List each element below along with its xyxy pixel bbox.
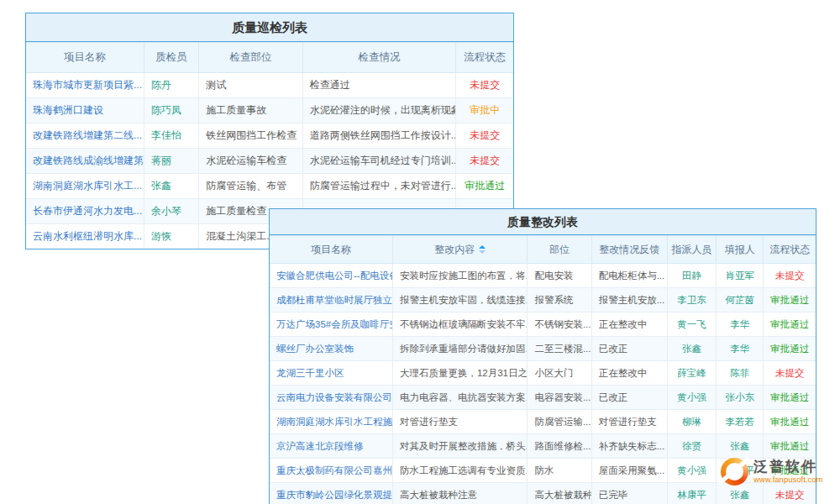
table-cell: 对管进行垫支 — [392, 410, 527, 434]
sort-icon[interactable] — [479, 245, 486, 254]
person-name: 黄小强 — [667, 459, 716, 483]
status-badge: 审批通过 — [456, 174, 513, 199]
table-row[interactable]: 重庆市豹岭公园绿化景观提升...高大桩被栽种注意高大桩被栽种已完毕林康平张鑫未提… — [270, 483, 816, 504]
table-row[interactable]: 珠海市城市更新项目紫...陈丹测试检查通过未提交 — [26, 73, 513, 98]
table-row[interactable]: 万达广场35#会所及咖啡厅空...不锈钢边框玻璃隔断安装不牢...不锈钢安装..… — [270, 312, 816, 337]
status-badge: 审批通过 — [764, 386, 816, 410]
column-header: 填报人 — [717, 236, 764, 264]
table-cell: 大理石质量更换，12月31日之... — [392, 361, 527, 386]
inspection-list-title: 质量巡检列表 — [26, 13, 513, 42]
status-badge: 审批通过 — [764, 410, 816, 434]
person-name: 徐贤 — [667, 434, 716, 459]
table-cell: 对其及时开展整改措施，桥头... — [392, 434, 527, 459]
person-name: 黄小强 — [667, 386, 716, 410]
person-name: 张鑫 — [717, 483, 764, 504]
column-header-label: 流程状态 — [769, 244, 810, 255]
column-header-label: 检查情况 — [358, 51, 400, 63]
person-name: 林康平 — [667, 483, 716, 504]
project-name-link[interactable]: 云南水利枢纽潜明水库... — [26, 224, 144, 249]
column-header: 检查部位 — [199, 43, 302, 73]
column-header[interactable]: 整改内容 — [392, 236, 527, 264]
status-badge: 审批通过 — [764, 288, 816, 312]
brand-website: www.fanpusoft.com — [753, 475, 822, 485]
project-name-link[interactable]: 京沪高速北京段维修 — [270, 434, 392, 459]
table-cell: 配电安装 — [528, 264, 591, 288]
table-row[interactable]: 螺丝厂办公室装饰拆除到承重墙部分请做好加固...二至三楼混...已改正张鑫李华审… — [270, 337, 816, 361]
table-row[interactable]: 珠海鹤洲口建设陈巧凤施工质量事故水泥砼灌注的时候，出现离析现象审批中 — [26, 98, 513, 123]
brand-name: 泛普软件 — [753, 459, 822, 475]
rectification-list-title: 质量整改列表 — [270, 209, 816, 235]
project-name-link[interactable]: 湖南洞庭湖水库引水工... — [26, 174, 144, 199]
project-name-link[interactable]: 龙湖三千里小区 — [270, 361, 392, 386]
table-cell: 已改正 — [591, 337, 667, 361]
column-header: 流程状态 — [456, 43, 513, 73]
project-name-link[interactable]: 改建铁路线增建第二线... — [26, 123, 144, 149]
table-row[interactable]: 改建铁路线增建第二线...李佳怡铁丝网围挡工作检查道路两侧铁丝网围挡工作按设计.… — [26, 123, 513, 149]
status-badge: 未提交 — [456, 149, 513, 174]
table-cell: 报警主机安放牢固，线缆连接... — [392, 288, 527, 312]
table-row[interactable]: 龙湖三千里小区大理石质量更换，12月31日之...小区大门正在整改中薛宝峰陈菲未… — [270, 361, 816, 386]
project-name-link[interactable]: 成都杜甫草堂临时展厅独立展... — [270, 288, 392, 312]
column-header: 项目名称 — [270, 236, 392, 264]
column-header-label: 整改内容 — [434, 244, 475, 255]
table-row[interactable]: 湖南洞庭湖水库引水工程施工...对管进行垫支防腐管运输...对管进行垫支柳琳李若… — [270, 410, 816, 434]
table-row[interactable]: 云南电力设备安装有限公司20...电力电容器、电抗器安装方案...电容器安装..… — [270, 386, 816, 410]
column-header-label: 检查部位 — [229, 51, 271, 63]
column-header-label: 质检员 — [155, 51, 187, 63]
person-name: 游恢 — [144, 224, 198, 249]
project-name-link[interactable]: 重庆太极制药有限公司嘉州中... — [270, 459, 392, 483]
table-row[interactable]: 湖南洞庭湖水库引水工...张鑫防腐管运输、布管防腐管运输过程中，未对管进行...… — [26, 174, 513, 199]
project-name-link[interactable]: 珠海市城市更新项目紫... — [26, 73, 144, 98]
project-name-link[interactable]: 重庆市豹岭公园绿化景观提升... — [270, 483, 392, 504]
person-name: 张鑫 — [144, 174, 198, 199]
column-header-label: 流程状态 — [464, 51, 506, 63]
table-cell: 配电柜柜体与... — [591, 264, 667, 288]
table-row[interactable]: 京沪高速北京段维修对其及时开展整改措施，桥头...路面维修检...补齐缺失标志.… — [270, 434, 816, 459]
person-name: 黄一飞 — [667, 312, 716, 337]
table-cell: 防水 — [528, 459, 591, 483]
project-name-link[interactable]: 螺丝厂办公室装饰 — [270, 337, 392, 361]
project-name-link[interactable]: 改建铁路线成渝线增建第... — [26, 149, 144, 174]
column-header: 流程状态 — [764, 236, 816, 264]
table-cell: 补齐缺失标志... — [591, 434, 667, 459]
column-header-label: 项目名称 — [64, 51, 106, 63]
column-header: 检查情况 — [302, 43, 456, 73]
table-cell: 测试 — [199, 73, 302, 98]
header-row: 项目名称质检员检查部位检查情况流程状态 — [26, 43, 513, 73]
person-name: 薛宝峰 — [667, 361, 716, 386]
column-header-label: 部位 — [549, 244, 570, 255]
status-badge: 审批通过 — [764, 337, 816, 361]
table-cell: 报警主机安放... — [591, 288, 667, 312]
header-row: 项目名称整改内容部位整改情况反馈指派人员填报人流程状态 — [270, 236, 816, 264]
person-name: 肖亚军 — [717, 264, 764, 288]
column-header-label: 整改情况反馈 — [599, 244, 659, 255]
status-badge: 未提交 — [456, 123, 513, 149]
table-cell: 对管进行垫支 — [591, 410, 667, 434]
person-name: 柳琳 — [667, 410, 716, 434]
project-name-link[interactable]: 云南电力设备安装有限公司20... — [270, 386, 392, 410]
status-badge: 未提交 — [764, 361, 816, 386]
table-cell: 水泥砼灌注的时候，出现离析现象 — [302, 98, 456, 123]
table-cell: 安装时应按施工图的布置，将... — [392, 264, 527, 288]
project-name-link[interactable]: 安徽合肥供电公司--配电设备... — [270, 264, 392, 288]
person-name: 何芷茵 — [717, 288, 764, 312]
table-cell: 屋面采用聚氨... — [591, 459, 667, 483]
project-name-link[interactable]: 万达广场35#会所及咖啡厅空... — [270, 312, 392, 337]
person-name: 余小琴 — [144, 199, 198, 224]
column-header-label: 项目名称 — [311, 244, 351, 255]
table-cell: 高大桩被栽种 — [528, 483, 591, 504]
table-row[interactable]: 改建铁路线成渝线增建第...蒋丽水泥砼运输车检查水泥砼运输车司机经过专门培训..… — [26, 149, 513, 174]
column-header-label: 指派人员 — [672, 244, 712, 255]
person-name: 李卫东 — [667, 288, 716, 312]
table-cell: 防腐管运输... — [528, 410, 591, 434]
project-name-link[interactable]: 珠海鹤洲口建设 — [26, 98, 144, 123]
project-name-link[interactable]: 长春市伊通河水力发电... — [26, 199, 144, 224]
column-header: 整改情况反馈 — [591, 236, 667, 264]
table-cell: 报警系统 — [528, 288, 591, 312]
table-cell: 铁丝网围挡工作检查 — [199, 123, 302, 149]
project-name-link[interactable]: 湖南洞庭湖水库引水工程施工... — [270, 410, 392, 434]
table-row[interactable]: 成都杜甫草堂临时展厅独立展...报警主机安放牢固，线缆连接...报警系统报警主机… — [270, 288, 816, 312]
table-cell: 水泥砼运输车司机经过专门培训... — [302, 149, 456, 174]
table-row[interactable]: 安徽合肥供电公司--配电设备...安装时应按施工图的布置，将...配电安装配电柜… — [270, 264, 816, 288]
table-cell: 二至三楼混... — [528, 337, 591, 361]
